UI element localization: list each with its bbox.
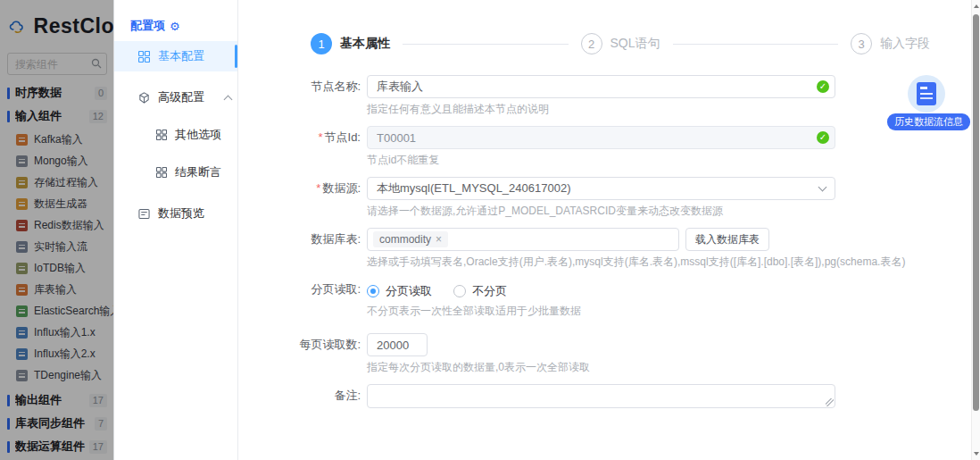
load-db-tables-button[interactable]: 载入数据库表 — [685, 228, 769, 251]
radio-no-paging[interactable]: 不分页 — [453, 283, 507, 299]
step-label: SQL语句 — [610, 36, 660, 52]
menu-item-result-assert[interactable]: 结果断言 — [114, 157, 237, 188]
page-size-input[interactable] — [367, 333, 428, 356]
scroll-down-arrow[interactable] — [973, 449, 980, 458]
scroll-up-arrow[interactable] — [973, 2, 980, 11]
db-table-label: 数据库表: — [239, 228, 367, 251]
db-table-help: 选择或手动填写表名,Oracle支持(用户.表名),mysql支持(库名.表名)… — [367, 255, 971, 270]
radio-selected-icon — [367, 285, 379, 297]
config-form-area: 1 基本属性 2 SQL语句 3 输入字段 节点名称: ✓ — [239, 0, 971, 460]
modal-dim-overlay — [0, 0, 114, 460]
page-size-help: 指定每次分页读取的数据量,0表示一次全部读取 — [367, 360, 971, 375]
config-panel: 配置项 ⚙ 基本配置 高级配置 — [114, 0, 238, 460]
component-sidebar: RestClo 时序数据 0 输入组件 12 Kafka输入 Mongo输入 存… — [0, 0, 114, 460]
menu-label: 其他选项 — [175, 127, 221, 143]
menu-label: 高级配置 — [158, 89, 204, 105]
menu-item-advanced-config[interactable]: 高级配置 — [114, 82, 237, 113]
radio-paged-read[interactable]: 分页读取 — [367, 283, 432, 299]
history-document-icon — [917, 82, 936, 105]
step-connector — [403, 44, 569, 45]
vertical-scrollbar[interactable] — [971, 0, 980, 460]
page-size-label: 每页读取数: — [239, 333, 367, 356]
db-table-tag-input[interactable]: commodity × — [367, 228, 679, 251]
radio-unselected-icon — [453, 285, 466, 297]
steps-bar: 1 基本属性 2 SQL语句 3 输入字段 — [311, 33, 930, 54]
paging-label: 分页读取: — [239, 279, 367, 300]
tag-close-icon[interactable]: × — [436, 233, 442, 246]
step-connector — [673, 44, 839, 45]
history-icon-circle — [908, 75, 945, 113]
menu-label: 数据预览 — [158, 205, 204, 222]
step-number: 1 — [311, 33, 332, 54]
chevron-up-icon[interactable] — [224, 95, 233, 104]
node-id-help: 节点id不能重复 — [367, 153, 971, 168]
step-label: 基本属性 — [340, 36, 390, 52]
paging-help: 不分页表示一次性全部读取适用于少批量数据 — [367, 304, 971, 319]
node-id-input[interactable] — [367, 126, 835, 149]
chevron-down-icon — [818, 183, 827, 192]
grid-icon — [156, 167, 167, 178]
node-id-label: *节点Id: — [239, 126, 367, 149]
step-label: 输入字段 — [880, 36, 930, 52]
remark-textarea[interactable] — [367, 384, 835, 408]
textarea-resize-handle[interactable] — [826, 398, 834, 406]
document-preview-icon — [138, 208, 150, 220]
step-sql-statement[interactable]: 2 SQL语句 — [581, 33, 660, 54]
remark-label: 备注: — [239, 384, 367, 412]
valid-check-icon: ✓ — [817, 131, 829, 144]
cube-icon — [138, 92, 150, 104]
datasource-selected-value: 本地mysql(ETL_MYSQL_240617002) — [377, 180, 571, 197]
menu-item-other-options[interactable]: 其他选项 — [114, 120, 237, 150]
datasource-help: 请选择一个数据源,允许通过P_MODEL_DATASRCID变量来动态改变数据源 — [367, 204, 971, 219]
step-basic-attributes[interactable]: 1 基本属性 — [311, 33, 390, 54]
scrollbar-thumb[interactable] — [973, 14, 979, 411]
node-config-form: 节点名称: ✓ 指定任何有意义且能描述本节点的说明 *节点Id: ✓ — [239, 75, 971, 412]
node-name-help: 指定任何有意义且能描述本节点的说明 — [367, 102, 971, 117]
menu-label: 基本配置 — [158, 48, 204, 64]
node-name-label: 节点名称: — [239, 75, 367, 98]
config-title-text: 配置项 — [130, 18, 165, 34]
history-dataflow-widget[interactable]: 历史数据流信息 — [887, 75, 966, 130]
table-tag: commodity × — [373, 231, 448, 247]
history-widget-label: 历史数据流信息 — [887, 113, 970, 130]
node-name-input[interactable] — [367, 75, 835, 98]
radio-label: 不分页 — [472, 283, 507, 299]
table-tag-text: commodity — [379, 233, 431, 246]
app-window: RestClo 时序数据 0 输入组件 12 Kafka输入 Mongo输入 存… — [0, 0, 980, 460]
gear-icon[interactable]: ⚙ — [170, 21, 180, 32]
config-panel-title: 配置项 ⚙ — [114, 0, 237, 41]
valid-check-icon: ✓ — [817, 80, 829, 93]
step-number: 3 — [851, 33, 872, 54]
grid-icon — [156, 130, 167, 140]
radio-label: 分页读取 — [386, 283, 432, 299]
datasource-select[interactable]: 本地mysql(ETL_MYSQL_240617002) — [367, 177, 835, 200]
required-asterisk: * — [316, 181, 320, 195]
menu-label: 结果断言 — [175, 164, 221, 180]
grid-icon — [138, 51, 150, 63]
menu-item-data-preview[interactable]: 数据预览 — [114, 198, 237, 229]
step-number: 2 — [581, 33, 602, 54]
required-asterisk: * — [318, 130, 322, 144]
menu-item-basic-config[interactable]: 基本配置 — [114, 41, 237, 71]
datasource-label: *数据源: — [239, 177, 367, 200]
step-input-fields[interactable]: 3 输入字段 — [851, 33, 930, 54]
